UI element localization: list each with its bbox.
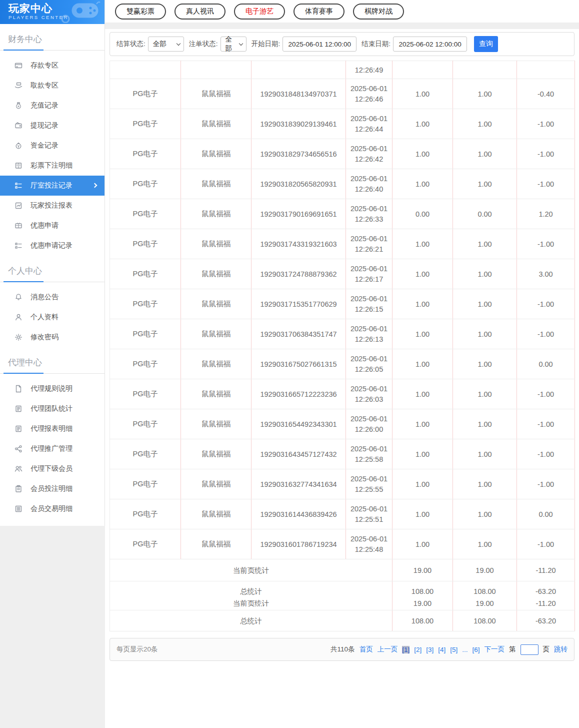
summary-overlap-value: 19.00 xyxy=(392,597,452,606)
sidebar-item-link[interactable]: 代理下级会员 xyxy=(0,459,104,479)
bet-date: 2025-06-01 xyxy=(346,474,392,484)
cell-win: 1.20 xyxy=(517,199,575,229)
sidebar-item-link[interactable]: 优惠申请记录 xyxy=(0,236,104,256)
cell-valid: 1.00 xyxy=(453,379,517,409)
gear-icon xyxy=(14,333,22,341)
game-tab[interactable]: 体育赛事 xyxy=(294,4,344,20)
bet-date: 2025-06-01 xyxy=(346,324,392,334)
game-tab[interactable]: 真人视讯 xyxy=(174,4,226,20)
cell-order: 1929031829734656516 xyxy=(252,139,346,169)
summary-cell: 108.0019.00 xyxy=(392,581,453,610)
goto-page-input[interactable] xyxy=(520,644,538,655)
report-icon xyxy=(14,405,22,413)
sidebar-item-label: 消息公告 xyxy=(30,293,58,302)
deposit-card-icon xyxy=(14,62,22,70)
table-row: PG电子鼠鼠福福19290317433193216032025-06-0112:… xyxy=(110,229,575,259)
settle-status-select[interactable]: 全部 xyxy=(148,37,184,52)
sidebar-item-link[interactable]: 代理团队统计 xyxy=(0,399,104,419)
summary-cell: 19.00 xyxy=(392,559,453,581)
chevron-down-icon xyxy=(176,42,180,46)
sidebar-item-link[interactable]: 优惠申请 xyxy=(0,216,104,236)
page-link[interactable]: ... xyxy=(462,646,468,653)
table-row: PG电子鼠鼠福福19290318297346565162025-06-0112:… xyxy=(110,139,575,169)
cell-provider: PG电子 xyxy=(110,379,181,409)
sidebar-item-link[interactable]: 充值记录 xyxy=(0,96,104,116)
sidebar-item-link[interactable]: 消息公告 xyxy=(0,287,104,307)
bet-date: 2025-06-01 xyxy=(346,294,392,304)
main-area: 雙赢彩票真人视讯电子游艺体育赛事棋牌对战 结算状态: 全部 注单状态: 全部 开… xyxy=(105,0,579,728)
summary-value: 19.00 xyxy=(392,564,452,576)
sidebar-item-link[interactable]: 会员交易明细 xyxy=(0,499,104,519)
sidebar-item-label: 优惠申请记录 xyxy=(30,241,72,250)
cell-provider: PG电子 xyxy=(110,79,181,109)
cell-provider: PG电子 xyxy=(110,199,181,229)
cell-time: 2025-06-0112:26:05 xyxy=(346,349,392,379)
cell-provider: PG电子 xyxy=(110,109,181,139)
settle-status-value: 全部 xyxy=(153,40,166,49)
prev-page-link[interactable]: 上一页 xyxy=(378,645,398,654)
sidebar-item-label: 修改密码 xyxy=(30,333,58,342)
page-link[interactable]: [6] xyxy=(472,646,480,653)
sidebar-item-link[interactable]: 代理推广管理 xyxy=(0,439,104,459)
goto-button[interactable]: 跳转 xyxy=(554,645,568,654)
game-tab[interactable]: 雙赢彩票 xyxy=(115,4,166,20)
sidebar-item-active[interactable]: 厅室投注记录 xyxy=(0,176,104,196)
sidebar-item-link[interactable]: 提现记录 xyxy=(0,116,104,136)
sidebar-item-label: 会员交易明细 xyxy=(30,504,72,513)
query-button[interactable]: 查询 xyxy=(474,36,498,52)
end-date-input[interactable] xyxy=(393,37,467,52)
bet-time: 12:26:17 xyxy=(346,274,392,285)
cell-game: 鼠鼠福福 xyxy=(181,109,252,139)
page-link-current[interactable]: [1] xyxy=(402,646,410,653)
sidebar-item-link[interactable]: 修改密码 xyxy=(0,327,104,347)
cell-time: 2025-06-0112:26:40 xyxy=(346,169,392,199)
start-date-input[interactable] xyxy=(282,37,356,52)
order-status-select[interactable]: 全部 xyxy=(220,37,246,52)
bet-time: 12:25:51 xyxy=(346,514,392,525)
page-link[interactable]: [2] xyxy=(414,646,422,653)
summary-cell: -11.20 xyxy=(517,559,575,581)
cell-game: 鼠鼠福福 xyxy=(181,499,252,529)
next-page-link[interactable]: 下一页 xyxy=(484,645,505,654)
sidebar-item-link[interactable]: 存款专区 xyxy=(0,56,104,76)
cell-valid: 1.00 xyxy=(453,259,517,289)
cell-order: 1929031643457127432 xyxy=(252,439,346,469)
sidebar-item-link[interactable]: 会员投注明细 xyxy=(0,479,104,499)
sidebar-item-link[interactable]: 代理规则说明 xyxy=(0,379,104,399)
cell-bet: 1.00 xyxy=(392,469,453,499)
summary-value: -11.20 xyxy=(517,564,574,576)
table-row: PG电子鼠鼠福福19290316544923433012025-06-0112:… xyxy=(110,409,575,439)
sidebar-item-link[interactable]: 玩家投注报表 xyxy=(0,196,104,216)
cell-bet: 1.00 xyxy=(392,409,453,439)
table-row: PG电子鼠鼠福福19290317901696916512025-06-0112:… xyxy=(110,199,575,229)
sidebar-item-link[interactable]: 个人资料 xyxy=(0,307,104,327)
sidebar-item-link[interactable]: 资金记录 xyxy=(0,136,104,156)
game-tab[interactable]: 棋牌对战 xyxy=(353,4,404,20)
cell-provider: PG电子 xyxy=(110,439,181,469)
bet-date: 2025-06-01 xyxy=(346,504,392,514)
list-icon xyxy=(14,505,22,513)
cell-order: 1929031654492343301 xyxy=(252,409,346,439)
game-tab[interactable]: 电子游艺 xyxy=(234,4,285,20)
sidebar-item-label: 提现记录 xyxy=(30,121,58,130)
bet-time: 12:26:42 xyxy=(346,154,392,165)
sidebar-item-link[interactable]: 代理报表明细 xyxy=(0,419,104,439)
cell-bet: 1.00 xyxy=(392,439,453,469)
table-row: PG电子鼠鼠福福19290316017867192342025-06-0112:… xyxy=(110,529,575,559)
summary-cell: 108.0019.00 xyxy=(453,581,517,610)
summary-cell: 总统计 xyxy=(110,610,392,631)
page-link[interactable]: [4] xyxy=(438,646,446,653)
summary-cell: 108.00 xyxy=(453,610,517,631)
summary-cell: 当前页统计 xyxy=(110,559,392,581)
sidebar: 玩家中心 PLAYERS CENTER 财务中心存款专区取款专区充值记录提现记录… xyxy=(0,0,105,728)
cell-bet: 1.00 xyxy=(392,259,453,289)
gamepad-icon xyxy=(62,1,100,23)
sidebar-item-link[interactable]: 彩票下注明细 xyxy=(0,156,104,176)
sidebar-item-link[interactable]: 取款专区 xyxy=(0,76,104,96)
page-link[interactable]: [5] xyxy=(450,646,458,653)
first-page-link[interactable]: 首页 xyxy=(360,645,373,654)
page-link[interactable]: [3] xyxy=(426,646,434,653)
cell-provider: PG电子 xyxy=(110,499,181,529)
divider-strip xyxy=(105,23,579,29)
summary-value: 总统计 xyxy=(110,585,392,597)
